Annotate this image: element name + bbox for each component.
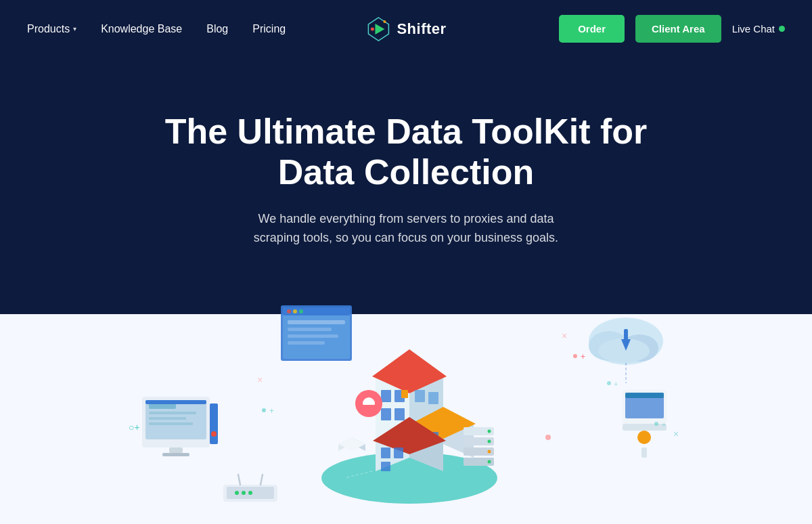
svg-point-70 [488, 440, 491, 443]
svg-rect-44 [428, 392, 438, 404]
order-button[interactable]: Order [559, 15, 625, 43]
svg-line-73 [464, 343, 497, 363]
svg-point-69 [488, 430, 491, 433]
svg-rect-6 [149, 403, 176, 409]
illustration-svg: ○+ [102, 288, 710, 519]
logo[interactable]: Shifter [365, 16, 446, 42]
nav-pricing[interactable]: Pricing [252, 23, 286, 35]
chevron-down-icon: ▾ [73, 25, 76, 32]
svg-rect-13 [210, 403, 218, 444]
svg-point-21 [242, 491, 246, 495]
svg-point-95 [654, 422, 658, 426]
svg-text:○+: ○+ [129, 422, 140, 433]
svg-text:+: + [581, 352, 585, 362]
nav-right: Order Client Area Live Chat [559, 15, 785, 43]
svg-text:×: × [257, 374, 263, 385]
svg-text:×: × [562, 330, 567, 341]
svg-rect-87 [625, 393, 664, 398]
svg-rect-41 [381, 408, 391, 420]
svg-line-33 [352, 333, 389, 359]
svg-point-94 [545, 435, 551, 440]
svg-text:+: + [662, 420, 666, 429]
svg-point-2 [371, 27, 374, 30]
svg-text:+: + [614, 380, 618, 388]
svg-rect-32 [288, 341, 325, 345]
svg-rect-31 [288, 334, 338, 338]
svg-point-22 [248, 491, 252, 495]
svg-rect-11 [169, 447, 183, 453]
svg-point-28 [299, 309, 303, 313]
live-chat[interactable]: Live Chat [732, 23, 785, 35]
live-chat-label: Live Chat [732, 23, 775, 35]
svg-rect-8 [149, 417, 186, 420]
svg-point-72 [488, 460, 491, 464]
svg-rect-43 [415, 390, 425, 402]
live-chat-status-dot [779, 26, 785, 32]
logo-icon [365, 16, 391, 42]
hero-section: The Ultimate Data ToolKit for Data Colle… [0, 58, 812, 524]
logo-text: Shifter [397, 20, 446, 38]
svg-rect-57 [394, 447, 403, 458]
svg-rect-12 [162, 453, 189, 456]
svg-rect-45 [401, 390, 408, 398]
svg-point-88 [262, 408, 266, 412]
hero-subtitle: We handle everything from servers to pro… [244, 209, 568, 248]
svg-point-14 [211, 431, 217, 437]
svg-text:×: × [673, 429, 679, 439]
svg-marker-1 [375, 24, 384, 35]
svg-point-27 [293, 309, 297, 313]
svg-rect-86 [641, 447, 647, 458]
svg-text:+: + [269, 406, 274, 416]
svg-rect-80 [624, 329, 628, 341]
svg-rect-42 [394, 408, 405, 420]
nav-products[interactable]: Products ▾ [27, 23, 76, 35]
svg-rect-56 [381, 447, 390, 458]
svg-rect-30 [288, 328, 332, 331]
products-label: Products [27, 23, 70, 35]
nav-left: Products ▾ Knowledge Base Blog Pricing [27, 23, 286, 35]
svg-point-3 [383, 20, 386, 23]
svg-point-92 [607, 381, 611, 385]
client-area-button[interactable]: Client Area [635, 15, 721, 43]
hero-title: The Ultimate Data ToolKit for Data Colle… [129, 112, 683, 193]
svg-rect-25 [283, 307, 350, 315]
svg-line-19 [261, 475, 263, 485]
hero-illustration: ○+ [102, 288, 710, 519]
svg-point-20 [235, 491, 239, 495]
knowledge-base-label: Knowledge Base [101, 23, 182, 35]
svg-point-71 [488, 450, 491, 454]
svg-point-26 [287, 309, 291, 313]
svg-line-18 [238, 475, 240, 485]
svg-rect-7 [149, 412, 196, 414]
navbar: Products ▾ Knowledge Base Blog Pricing S… [0, 0, 812, 58]
svg-point-85 [637, 431, 651, 444]
nav-blog[interactable]: Blog [206, 23, 228, 35]
svg-rect-84 [623, 424, 667, 431]
nav-knowledge-base[interactable]: Knowledge Base [101, 23, 182, 35]
pricing-label: Pricing [252, 23, 286, 35]
svg-point-90 [573, 354, 577, 358]
svg-rect-39 [381, 390, 391, 402]
svg-rect-9 [149, 422, 193, 425]
svg-rect-10 [145, 400, 206, 404]
svg-rect-58 [381, 462, 390, 471]
svg-rect-29 [288, 320, 345, 324]
blog-label: Blog [206, 23, 228, 35]
